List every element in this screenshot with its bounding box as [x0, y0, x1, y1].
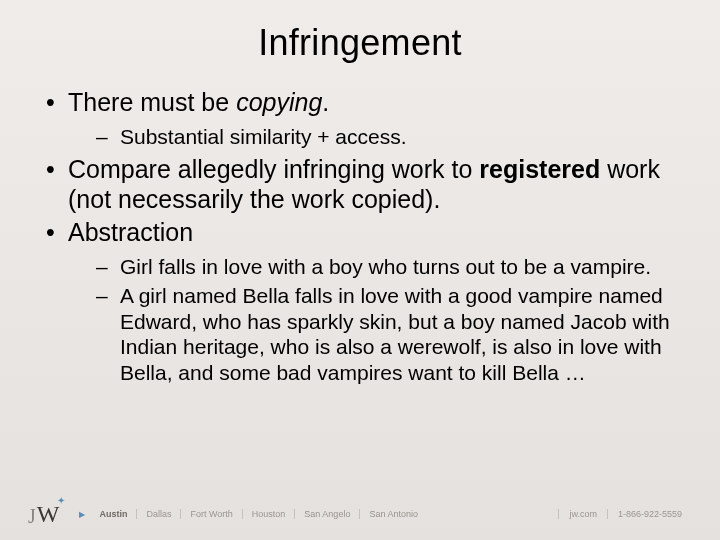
sub-item: Girl falls in love with a boy who turns … — [68, 254, 680, 280]
slide: Infringement There must be copying. Subs… — [0, 0, 720, 540]
bullet-emph: copying — [236, 88, 322, 116]
bullet-list: There must be copying. Substantial simil… — [40, 88, 680, 386]
logo-letter-w: W ✦ — [37, 502, 60, 526]
city-item: Houston — [243, 509, 296, 519]
footer-phone: 1-866-922-5559 — [607, 509, 692, 519]
bullet-text: Abstraction — [68, 218, 193, 246]
logo-w-text: W — [37, 501, 60, 527]
bullet-strong: registered — [479, 155, 600, 183]
footer: J W ✦ ▶ Austin Dallas Fort Worth Houston… — [0, 502, 720, 526]
city-list: Austin Dallas Fort Worth Houston San Ang… — [97, 509, 426, 519]
sub-item: Substantial similarity + access. — [68, 124, 680, 150]
city-item: San Antonio — [360, 509, 427, 519]
slide-title: Infringement — [40, 22, 680, 64]
city-item: Dallas — [137, 509, 181, 519]
sub-text: A girl named Bella falls in love with a … — [120, 284, 670, 384]
bullet-item: Compare allegedly infringing work to reg… — [40, 155, 680, 214]
logo: J W ✦ — [28, 502, 59, 526]
footer-site: jw.com — [558, 509, 607, 519]
bullet-text: Compare allegedly infringing work to — [68, 155, 479, 183]
city-item: Austin — [97, 509, 137, 519]
sub-list: Substantial similarity + access. — [68, 124, 680, 150]
sub-text: Girl falls in love with a boy who turns … — [120, 255, 651, 278]
sub-item: A girl named Bella falls in love with a … — [68, 283, 680, 385]
logo-letter-j: J — [28, 506, 36, 526]
sub-list: Girl falls in love with a boy who turns … — [68, 254, 680, 386]
star-icon: ✦ — [57, 496, 65, 506]
sub-text: Substantial similarity + access. — [120, 125, 407, 148]
bullet-text: There must be — [68, 88, 236, 116]
footer-right: jw.com 1-866-922-5559 — [558, 509, 692, 519]
bullet-item: Abstraction Girl falls in love with a bo… — [40, 218, 680, 386]
city-item: Fort Worth — [181, 509, 242, 519]
bullet-item: There must be copying. Substantial simil… — [40, 88, 680, 149]
triangle-icon: ▶ — [79, 510, 85, 519]
bullet-text: . — [322, 88, 329, 116]
city-item: San Angelo — [295, 509, 360, 519]
